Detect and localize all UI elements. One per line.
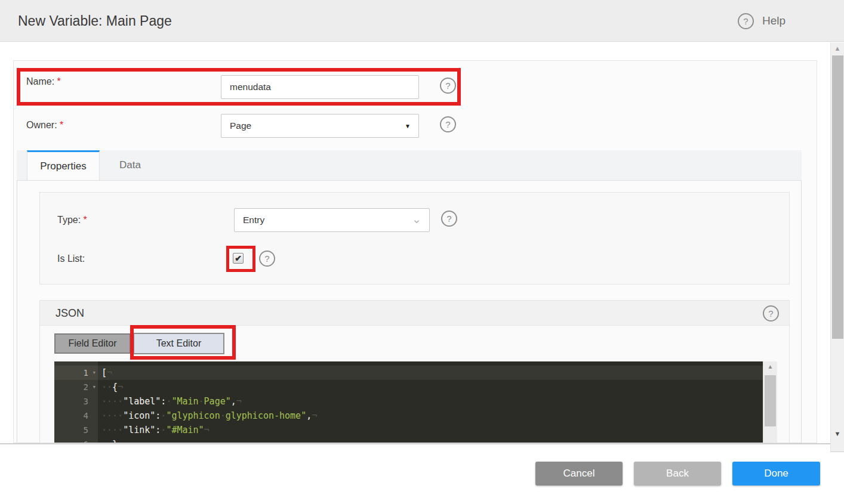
- editor-code-line[interactable]: ··}: [98, 437, 763, 443]
- text-editor-button[interactable]: Text Editor: [133, 333, 224, 354]
- editor-line-number: 2▾: [54, 380, 98, 394]
- fold-caret-icon[interactable]: ▾: [92, 366, 96, 380]
- owner-select[interactable]: Page ▼: [221, 114, 419, 138]
- help-label: Help: [762, 14, 786, 27]
- done-button[interactable]: Done: [732, 462, 820, 486]
- dropdown-arrow-icon: ▼: [405, 123, 411, 129]
- editor-line-number: 1▾: [54, 366, 98, 380]
- type-fieldset: [39, 192, 790, 285]
- json-panel: JSON ? Field Editor Text Editor 1▾2▾3456…: [39, 300, 790, 443]
- name-help-icon[interactable]: ?: [440, 78, 456, 94]
- editor-line-number: 3: [54, 394, 98, 409]
- editor-scrollbar-thumb[interactable]: [765, 375, 776, 426]
- editor-scrollbar[interactable]: ▲: [763, 361, 777, 443]
- dialog-header: New Variable: Main Page ? Help: [0, 0, 844, 42]
- help-button[interactable]: ? Help: [738, 0, 786, 42]
- name-label: Name: *: [26, 76, 61, 87]
- type-help-icon[interactable]: ?: [441, 211, 457, 227]
- field-editor-button[interactable]: Field Editor: [54, 333, 131, 354]
- scroll-up-icon[interactable]: ▲: [763, 363, 777, 370]
- scroll-up-icon[interactable]: ▲: [831, 45, 844, 52]
- type-select-value: Entry: [243, 215, 264, 225]
- is-list-label: Is List:: [57, 253, 85, 264]
- is-list-help-icon[interactable]: ?: [259, 251, 275, 267]
- window-scrollbar-thumb[interactable]: [832, 55, 843, 339]
- type-label: Type: *: [57, 215, 87, 225]
- editor-code-line[interactable]: ····"label":·"Main·Page",¬: [98, 394, 763, 409]
- json-panel-title: JSON: [56, 301, 84, 326]
- help-icon: ?: [738, 13, 754, 29]
- editor-line-number: 4: [54, 409, 98, 423]
- tab-properties[interactable]: Properties: [27, 150, 100, 180]
- json-panel-header: JSON ?: [40, 301, 789, 326]
- required-asterisk: *: [57, 76, 61, 86]
- window-scrollbar[interactable]: ▲ ▼: [830, 42, 844, 452]
- editor-code-line[interactable]: ··{¬: [98, 380, 763, 394]
- editor-code-line[interactable]: [¬: [98, 366, 763, 380]
- editor-code: [¬··{¬····"label":·"Main·Page",¬····"ico…: [98, 366, 763, 443]
- name-input[interactable]: [221, 75, 419, 99]
- owner-select-value: Page: [230, 120, 251, 131]
- tab-bar: Properties Data: [17, 150, 802, 180]
- json-help-icon[interactable]: ?: [763, 305, 779, 321]
- scroll-down-icon[interactable]: ▼: [831, 430, 844, 437]
- json-code-editor[interactable]: 1▾2▾3456 [¬··{¬····"label":·"Main·Page",…: [54, 361, 763, 443]
- back-button[interactable]: Back: [634, 462, 721, 486]
- required-asterisk: *: [60, 120, 63, 130]
- checkmark-icon: ✔: [235, 254, 242, 262]
- chevron-down-icon: ⌄: [412, 212, 421, 226]
- cancel-button[interactable]: Cancel: [535, 462, 623, 486]
- editor-gutter: 1▾2▾3456: [54, 361, 98, 443]
- type-select[interactable]: Entry ⌄: [234, 208, 430, 232]
- required-asterisk: *: [84, 215, 87, 225]
- owner-help-icon[interactable]: ?: [440, 116, 456, 132]
- fold-caret-icon[interactable]: ▾: [92, 380, 96, 394]
- is-list-checkbox[interactable]: ✔: [233, 253, 244, 264]
- owner-label: Owner: *: [26, 120, 63, 131]
- editor-line-number: 6: [54, 437, 98, 443]
- editor-code-line[interactable]: ····"link":·"#Main"¬: [98, 423, 763, 437]
- page-title: New Variable: Main Page: [18, 0, 172, 42]
- content-footer-divider: [0, 443, 830, 444]
- tab-data[interactable]: Data: [100, 150, 161, 180]
- editor-code-line[interactable]: ····"icon":·"glyphicon·glyphicon-home",¬: [98, 409, 763, 423]
- editor-line-number: 5: [54, 423, 98, 437]
